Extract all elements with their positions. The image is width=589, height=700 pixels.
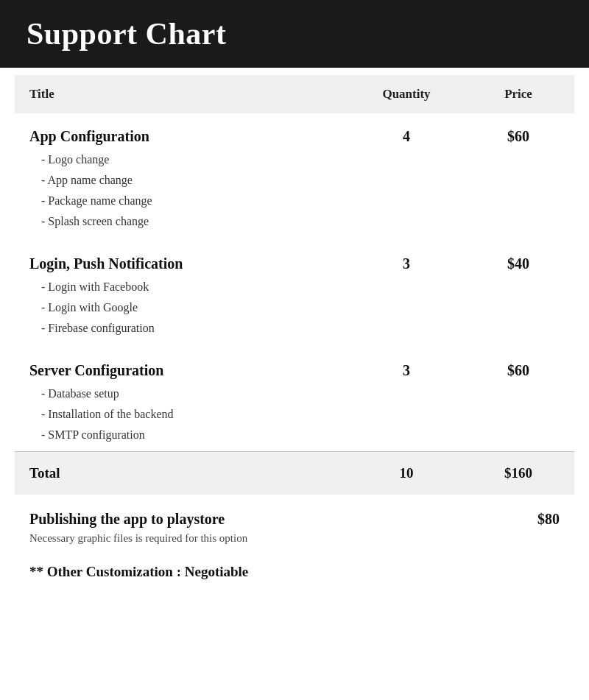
support-chart-table: Title Quantity Price App Configuration 4… xyxy=(15,75,574,495)
sub-item-text: - SMTP configuration xyxy=(15,425,574,445)
table-header-row: Title Quantity Price xyxy=(15,75,574,113)
sub-item-text: - App name change xyxy=(15,170,574,191)
spacer-row xyxy=(15,339,574,347)
list-item: - Database setup xyxy=(15,383,574,404)
publishing-title-row: Publishing the app to playstore $80 xyxy=(29,511,560,528)
col-price-header: Price xyxy=(462,75,574,113)
list-item: - Login with Google xyxy=(15,297,574,318)
list-item: - App name change xyxy=(15,170,574,191)
section-qty-server-configuration: 3 xyxy=(350,347,462,383)
section-title-server-configuration: Server Configuration xyxy=(15,347,350,383)
section-header-login-push-notification: Login, Push Notification 3 $40 xyxy=(15,241,574,277)
list-item: - SMTP configuration xyxy=(15,425,574,445)
other-customization-text: ** Other Customization : Negotiable xyxy=(29,564,248,579)
total-quantity: 10 xyxy=(350,452,462,495)
sub-item-text: - Installation of the backend xyxy=(15,404,574,425)
sub-item-text: - Splash screen change xyxy=(15,211,574,232)
sub-item-text: - Firebase configuration xyxy=(15,318,574,339)
sub-item-text: - Login with Facebook xyxy=(15,277,574,297)
col-quantity-header: Quantity xyxy=(350,75,462,113)
section-qty-app-configuration: 4 xyxy=(350,113,462,149)
publishing-section: Publishing the app to playstore $80 Nece… xyxy=(15,495,574,551)
list-item: - Splash screen change xyxy=(15,211,574,232)
list-item: - Login with Facebook xyxy=(15,277,574,297)
total-label: Total xyxy=(15,452,350,495)
total-row: Total 10 $160 xyxy=(15,452,574,495)
section-price-server-configuration: $60 xyxy=(462,347,574,383)
sub-item-text: - Package name change xyxy=(15,191,574,211)
total-price: $160 xyxy=(462,452,574,495)
sub-item-text: - Database setup xyxy=(15,383,574,404)
section-header-app-configuration: App Configuration 4 $60 xyxy=(15,113,574,149)
section-qty-login-push-notification: 3 xyxy=(350,241,462,277)
publishing-price: $80 xyxy=(537,511,560,528)
section-price-app-configuration: $60 xyxy=(462,113,574,149)
list-item: - Package name change xyxy=(15,191,574,211)
list-item: - Firebase configuration xyxy=(15,318,574,339)
list-item: - Installation of the backend xyxy=(15,404,574,425)
list-item: - Logo change xyxy=(15,149,574,170)
sub-item-text: - Login with Google xyxy=(15,297,574,318)
section-title-app-configuration: App Configuration xyxy=(15,113,350,149)
page-header: Support Chart xyxy=(0,0,589,68)
other-customization-section: ** Other Customization : Negotiable xyxy=(15,551,574,595)
sub-item-text: - Logo change xyxy=(15,149,574,170)
divider-row xyxy=(15,445,574,452)
main-content: Title Quantity Price App Configuration 4… xyxy=(0,75,589,595)
section-header-server-configuration: Server Configuration 3 $60 xyxy=(15,347,574,383)
section-price-login-push-notification: $40 xyxy=(462,241,574,277)
publishing-note: Necessary graphic files is required for … xyxy=(29,528,560,545)
section-title-login-push-notification: Login, Push Notification xyxy=(15,241,350,277)
publishing-title-text: Publishing the app to playstore xyxy=(29,511,225,528)
page-title: Support Chart xyxy=(27,16,562,52)
spacer-row xyxy=(15,232,574,241)
col-title-header: Title xyxy=(15,75,350,113)
